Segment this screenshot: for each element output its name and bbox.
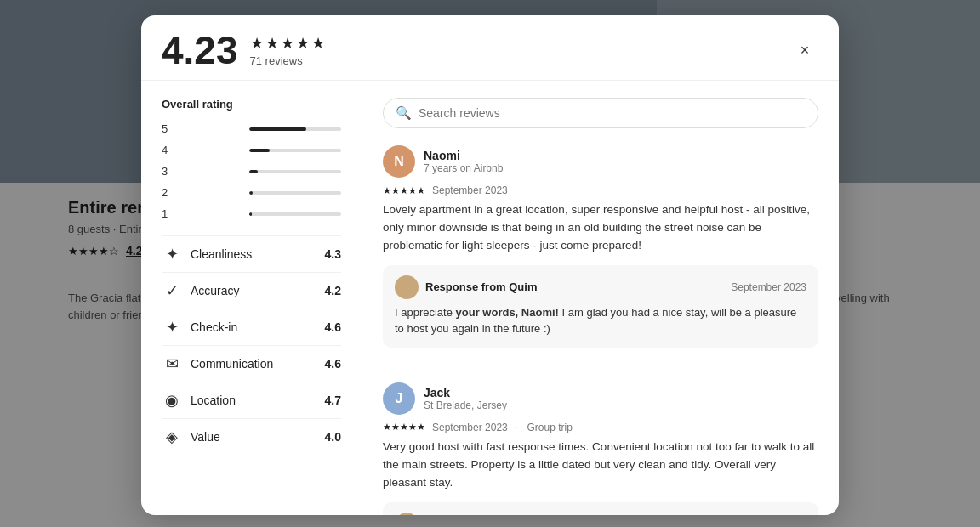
overall-rating-label: Overall rating bbox=[162, 98, 341, 110]
reviewer-avatar: N bbox=[383, 145, 415, 178]
reviews-list: N Naomi 7 years on Airbnb ★★★★★ Septembe… bbox=[383, 145, 818, 515]
reviewer-row: N Naomi 7 years on Airbnb bbox=[383, 145, 818, 178]
category-left: ◈ Value bbox=[162, 428, 220, 446]
search-bar[interactable]: 🔍 bbox=[383, 98, 818, 128]
category-row: ✓ Accuracy 4.2 bbox=[162, 272, 341, 309]
host-avatar-small bbox=[395, 513, 419, 515]
rating-bar-fill bbox=[249, 128, 306, 131]
category-name: Value bbox=[191, 430, 220, 444]
rating-bar-bg bbox=[249, 212, 341, 216]
host-response-header: Response from Quim September 2023 bbox=[395, 275, 806, 299]
rating-bar-label: 1 bbox=[162, 207, 242, 220]
category-score: 4.0 bbox=[325, 430, 341, 444]
reviewer-meta: St Brelade, Jersey bbox=[424, 400, 507, 411]
review-item: N Naomi 7 years on Airbnb ★★★★★ Septembe… bbox=[383, 145, 818, 366]
modal-stars: ★★★★★ bbox=[250, 34, 327, 53]
host-response: Response from Quim September 2023 I real… bbox=[383, 502, 818, 515]
host-response: Response from Quim September 2023 I appr… bbox=[383, 265, 818, 348]
rating-bar-bg bbox=[249, 149, 341, 152]
reviews-panel: 🔍 N Naomi 7 years on Airbnb ★★★★★ Septem… bbox=[362, 81, 839, 515]
rating-bar-bg bbox=[249, 128, 341, 131]
review-item: J Jack St Brelade, Jersey ★★★★★ Septembe… bbox=[383, 382, 818, 515]
review-text: Very good host with fast response times.… bbox=[383, 439, 818, 492]
review-stars: ★★★★★ bbox=[383, 422, 425, 433]
category-name: Check-in bbox=[191, 320, 237, 334]
category-left: ◉ Location bbox=[162, 391, 236, 410]
category-name: Location bbox=[191, 394, 236, 407]
modal-body: Overall rating 5 4 3 2 1 ✦ Cleanl bbox=[141, 81, 839, 515]
modal-big-rating: 4.23 bbox=[162, 31, 238, 70]
category-name: Accuracy bbox=[191, 284, 240, 298]
category-row: ◉ Location 4.7 bbox=[162, 382, 341, 418]
rating-bars-container: 5 4 3 2 1 bbox=[162, 122, 341, 220]
category-icon: ✉ bbox=[162, 354, 182, 373]
reviewer-info: Jack St Brelade, Jersey bbox=[424, 386, 507, 411]
reviewer-avatar: J bbox=[383, 382, 415, 415]
reviewer-meta: 7 years on Airbnb bbox=[424, 162, 503, 174]
host-response-name: Response from Quim bbox=[425, 280, 537, 293]
rating-bar-row: 4 bbox=[162, 144, 341, 156]
category-icon: ✦ bbox=[162, 245, 182, 264]
rating-bar-fill bbox=[249, 212, 252, 216]
rating-bar-row: 5 bbox=[162, 122, 341, 135]
reviewer-name: Jack bbox=[424, 386, 507, 400]
category-list: ✦ Cleanliness 4.3 ✓ Accuracy 4.2 ✦ Check… bbox=[162, 235, 341, 455]
category-icon: ◉ bbox=[162, 391, 182, 410]
review-dot: · bbox=[515, 422, 517, 432]
modal-title-block: 4.23 ★★★★★ 71 reviews bbox=[162, 31, 327, 70]
category-row: ✦ Check-in 4.6 bbox=[162, 309, 341, 345]
category-row: ✉ Communication 4.6 bbox=[162, 345, 341, 382]
review-date-row: ★★★★★ September 2023 · Group trip bbox=[383, 422, 818, 434]
review-date: September 2023 bbox=[432, 184, 508, 196]
rating-bar-bg bbox=[249, 170, 341, 173]
category-left: ✉ Communication bbox=[162, 354, 273, 373]
category-score: 4.7 bbox=[325, 394, 341, 407]
rating-bar-fill bbox=[249, 170, 258, 173]
review-date: September 2023 bbox=[432, 422, 508, 434]
host-avatar-small bbox=[395, 275, 419, 299]
category-row: ◈ Value 4.0 bbox=[162, 418, 341, 455]
rating-panel: Overall rating 5 4 3 2 1 ✦ Cleanl bbox=[141, 81, 362, 515]
category-icon: ◈ bbox=[162, 428, 182, 446]
reviews-modal: 4.23 ★★★★★ 71 reviews × Overall rating 5… bbox=[141, 15, 839, 515]
category-left: ✦ Cleanliness bbox=[162, 245, 252, 264]
rating-bar-label: 3 bbox=[162, 165, 242, 178]
review-date-row: ★★★★★ September 2023 bbox=[383, 184, 818, 196]
category-score: 4.2 bbox=[325, 284, 341, 298]
modal-review-count: 71 reviews bbox=[250, 54, 327, 67]
review-stars: ★★★★★ bbox=[383, 185, 425, 196]
rating-bar-label: 2 bbox=[162, 186, 242, 199]
reviewer-info: Naomi 7 years on Airbnb bbox=[424, 149, 503, 174]
rating-bar-fill bbox=[249, 149, 270, 152]
rating-bar-bg bbox=[249, 191, 341, 195]
modal-stars-col: ★★★★★ 71 reviews bbox=[250, 34, 327, 67]
category-icon: ✦ bbox=[162, 318, 182, 337]
modal-header: 4.23 ★★★★★ 71 reviews × bbox=[141, 15, 839, 81]
search-input[interactable] bbox=[419, 106, 806, 120]
host-response-date: September 2023 bbox=[731, 281, 806, 293]
modal-close-button[interactable]: × bbox=[791, 37, 818, 64]
rating-bar-label: 5 bbox=[162, 122, 242, 135]
category-score: 4.3 bbox=[325, 247, 341, 261]
rating-bar-row: 3 bbox=[162, 165, 341, 178]
rating-bar-label: 4 bbox=[162, 144, 242, 156]
category-score: 4.6 bbox=[325, 320, 341, 334]
search-icon: 🔍 bbox=[396, 105, 412, 121]
category-left: ✦ Check-in bbox=[162, 318, 237, 337]
category-score: 4.6 bbox=[325, 357, 341, 371]
category-icon: ✓ bbox=[162, 281, 182, 300]
rating-bar-fill bbox=[249, 191, 253, 195]
rating-bar-row: 1 bbox=[162, 207, 341, 220]
host-response-text: I appreciate your words, Naomi! I am gla… bbox=[395, 304, 806, 337]
rating-bar-row: 2 bbox=[162, 186, 341, 199]
host-response-header: Response from Quim September 2023 bbox=[395, 513, 806, 515]
review-text: Lovely apartment in a great location, su… bbox=[383, 201, 818, 255]
review-trip-type: Group trip bbox=[527, 422, 573, 434]
reviewer-name: Naomi bbox=[424, 149, 503, 162]
category-name: Cleanliness bbox=[191, 247, 252, 261]
reviewer-row: J Jack St Brelade, Jersey bbox=[383, 382, 818, 415]
category-name: Communication bbox=[191, 357, 273, 371]
category-left: ✓ Accuracy bbox=[162, 281, 240, 300]
category-row: ✦ Cleanliness 4.3 bbox=[162, 235, 341, 272]
